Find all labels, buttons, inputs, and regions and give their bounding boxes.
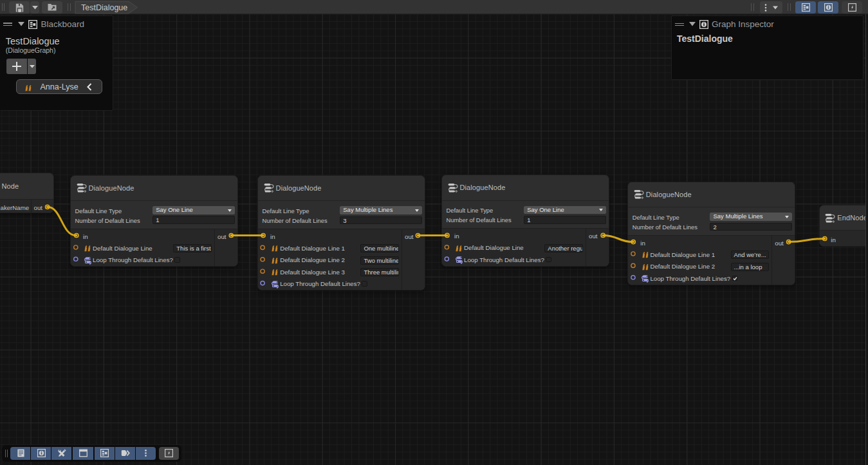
svg-text:TestDialogue: TestDialogue [81, 3, 127, 12]
